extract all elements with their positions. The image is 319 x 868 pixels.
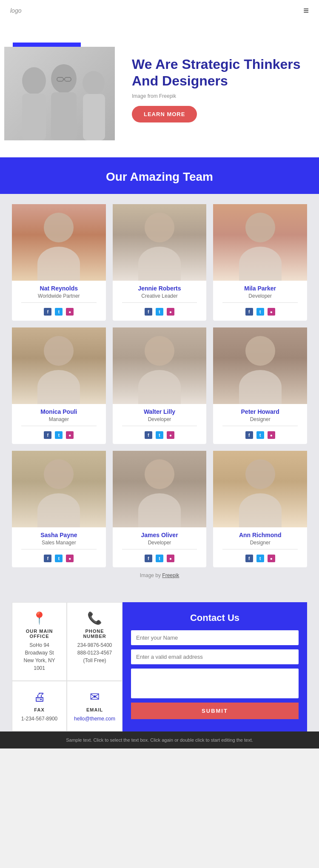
hamburger-icon[interactable]: ≡ (303, 5, 309, 16)
photo-body-shape (37, 370, 80, 404)
contact-card-icon: 🖨 (34, 690, 46, 704)
fb-icon[interactable]: f (44, 555, 51, 562)
team-social-links: ft● (44, 308, 74, 316)
ig-icon[interactable]: ● (268, 431, 275, 439)
ig-icon[interactable]: ● (167, 431, 174, 439)
photo-head-shape (44, 459, 74, 489)
contact-info-card: 🖨FAX1-234-567-8900 (12, 681, 67, 731)
fb-icon[interactable]: f (245, 555, 253, 562)
tw-icon[interactable]: t (256, 555, 264, 562)
hero-title: We Are Strategic Thinkers And Designers (132, 56, 302, 89)
team-member-name: James Oliver (141, 532, 178, 538)
contact-message-input[interactable] (131, 669, 299, 698)
ig-icon[interactable]: ● (66, 431, 74, 439)
fb-icon[interactable]: f (245, 308, 253, 316)
team-card-divider (122, 302, 197, 303)
contact-card-value: 1-234-567-8900 (21, 715, 57, 723)
contact-form-wrapper: Contact Us SUBMIT (122, 602, 307, 731)
tw-icon[interactable]: t (156, 431, 163, 439)
contact-card-value: 234-9876-5400888-0123-4567 (Toll Free) (74, 641, 115, 664)
contact-name-input[interactable] (131, 630, 299, 645)
team-member-photo (213, 451, 307, 527)
fb-icon[interactable]: f (145, 555, 152, 562)
team-member-photo (113, 204, 207, 281)
fb-icon[interactable]: f (44, 431, 51, 439)
svg-point-2 (51, 64, 77, 93)
team-card: Mila ParkerDeveloperft● (213, 204, 307, 321)
contact-email-input[interactable] (131, 649, 299, 664)
team-member-role: Sales Manager (42, 540, 76, 546)
contact-email-link[interactable]: hello@theme.com (74, 716, 115, 722)
team-social-links: ft● (245, 555, 275, 562)
ig-icon[interactable]: ● (167, 555, 174, 562)
contact-info-grid: 📍OUR MAIN OFFICESoHo 94 Broadway StNew Y… (12, 602, 122, 731)
photo-body-shape (239, 370, 282, 404)
hero-text: We Are Strategic Thinkers And Designers … (119, 56, 302, 122)
ig-icon[interactable]: ● (268, 555, 275, 562)
photo-body-shape (239, 247, 282, 281)
team-card: Ann RichmondDesignerft● (213, 451, 307, 567)
tw-icon[interactable]: t (55, 555, 63, 562)
team-member-role: Developer (248, 293, 272, 299)
ig-icon[interactable]: ● (268, 308, 275, 316)
team-member-photo (12, 204, 106, 281)
team-social-links: ft● (145, 555, 174, 562)
svg-point-0 (22, 67, 46, 94)
photo-body-shape (37, 493, 80, 527)
team-image-credit: Image by Freepik (12, 567, 307, 587)
team-member-name: Ann Richmond (239, 532, 282, 538)
team-member-role: Developer (148, 416, 171, 422)
ig-icon[interactable]: ● (66, 555, 74, 562)
contact-card-icon: 📍 (32, 611, 47, 625)
contact-card-label: OUR MAIN OFFICE (19, 629, 60, 639)
team-section-title: Our Amazing Team (0, 170, 319, 194)
team-member-name: Walter Lilly (144, 408, 175, 415)
svg-point-4 (83, 71, 105, 95)
ig-icon[interactable]: ● (66, 308, 74, 316)
team-member-name: Nat Reynolds (40, 285, 78, 292)
photo-head-shape (44, 213, 74, 242)
svg-rect-3 (51, 92, 77, 140)
team-social-links: ft● (44, 555, 74, 562)
fb-icon[interactable]: f (245, 431, 253, 439)
fb-icon[interactable]: f (145, 431, 152, 439)
team-grid: Nat ReynoldsWorldwide Partnerft●Jennie R… (12, 204, 307, 567)
team-member-role: Worldwide Partner (38, 293, 80, 299)
team-card: James OliverDeveloperft● (113, 451, 207, 567)
contact-info-card: 📞PHONE NUMBER234-9876-5400888-0123-4567 … (67, 602, 122, 681)
tw-icon[interactable]: t (156, 308, 163, 316)
tw-icon[interactable]: t (55, 308, 63, 316)
team-card-divider (222, 426, 298, 426)
contact-section: 📍OUR MAIN OFFICESoHo 94 Broadway StNew Y… (0, 594, 319, 731)
photo-body-shape (138, 370, 181, 404)
team-social-links: ft● (44, 431, 74, 439)
navbar: logo ≡ (0, 0, 319, 21)
contact-info-card: 📍OUR MAIN OFFICESoHo 94 Broadway StNew Y… (12, 602, 67, 681)
team-card: Peter HowardDesignerft● (213, 327, 307, 444)
hero-people-photo (4, 47, 115, 140)
contact-card-label: FAX (34, 707, 44, 712)
tw-icon[interactable]: t (256, 431, 264, 439)
hero-image-block (0, 38, 119, 140)
fb-icon[interactable]: f (44, 308, 51, 316)
photo-head-shape (145, 336, 174, 366)
team-member-name: Jennie Roberts (138, 285, 181, 292)
photo-body-shape (239, 493, 282, 527)
freepik-link[interactable]: Freepik (162, 572, 179, 578)
submit-button[interactable]: SUBMIT (131, 703, 299, 719)
photo-body-shape (37, 247, 80, 281)
fb-icon[interactable]: f (145, 308, 152, 316)
ig-icon[interactable]: ● (167, 308, 174, 316)
team-member-photo (113, 451, 207, 527)
team-card: Nat ReynoldsWorldwide Partnerft● (12, 204, 106, 321)
tw-icon[interactable]: t (156, 555, 163, 562)
learn-more-button[interactable]: LEARN MORE (132, 106, 197, 122)
tw-icon[interactable]: t (55, 431, 63, 439)
contact-card-icon: 📞 (87, 611, 102, 625)
team-card: Monica PouliManagerft● (12, 327, 106, 444)
tw-icon[interactable]: t (256, 308, 264, 316)
team-social-links: ft● (245, 431, 275, 439)
team-card-divider (21, 302, 97, 303)
team-member-photo (12, 451, 106, 527)
hero-people-svg (4, 47, 115, 140)
